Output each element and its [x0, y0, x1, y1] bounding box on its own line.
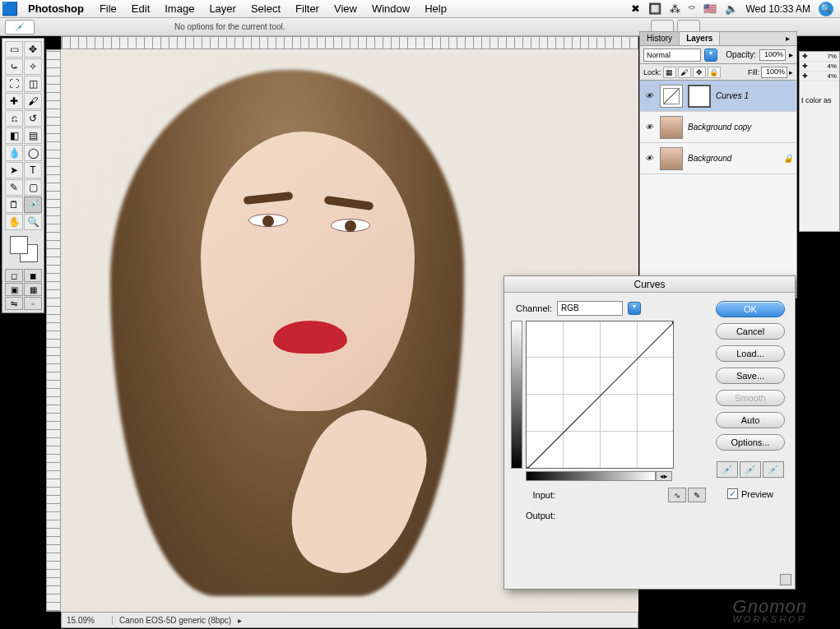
spotlight-icon[interactable]: 🔍 — [819, 2, 833, 16]
menu-select[interactable]: Select — [244, 2, 288, 15]
screenmode-2[interactable]: ▦ — [24, 283, 42, 296]
lasso-tool[interactable]: ⤿ — [5, 58, 23, 75]
dodge-tool[interactable]: ◯ — [24, 145, 42, 161]
gray-point-dropper-icon[interactable]: 💉 — [740, 461, 761, 478]
layer-mask-thumb[interactable] — [688, 85, 711, 108]
menu-image[interactable]: Image — [157, 2, 202, 15]
black-point-dropper-icon[interactable]: 💉 — [717, 461, 738, 478]
blur-tool[interactable]: 💧 — [5, 145, 23, 161]
layer-row-curves[interactable]: 👁 Curves 1 — [640, 81, 796, 112]
curves-grid[interactable] — [526, 321, 674, 469]
blend-mode-select[interactable]: Normal — [643, 49, 701, 62]
notes-tool[interactable]: 🗒 — [5, 197, 23, 213]
menu-view[interactable]: View — [327, 2, 364, 15]
lock-all-icon[interactable]: 🔒 — [708, 67, 721, 78]
resize-handle-icon[interactable] — [780, 574, 791, 585]
load-button[interactable]: Load... — [716, 345, 785, 362]
status-icon-2[interactable]: 🔲 — [648, 2, 661, 15]
cancel-button[interactable]: Cancel — [716, 323, 785, 340]
ruler-vertical[interactable] — [46, 49, 61, 612]
output-field[interactable] — [559, 509, 600, 522]
layer-row-bg[interactable]: 👁 Background 🔒 — [640, 143, 796, 174]
layer-thumb-adjustment[interactable] — [660, 85, 683, 108]
doc-info-arrow[interactable]: ▸ — [238, 616, 242, 625]
wand-tool[interactable]: ✧ — [24, 58, 42, 75]
flag-icon[interactable]: 🇺🇸 — [703, 2, 717, 15]
fill-arrow-icon[interactable]: ▸ — [789, 68, 793, 76]
volume-icon[interactable]: 🔈 — [725, 2, 738, 15]
crop-tool[interactable]: ⛶ — [5, 76, 23, 92]
move-tool[interactable]: ✥ — [24, 41, 42, 58]
lock-transparency-icon[interactable]: ▦ — [663, 67, 676, 78]
clock[interactable]: Wed 10:33 AM — [746, 3, 811, 15]
menu-layer[interactable]: Layer — [202, 2, 244, 15]
options-button[interactable]: Options... — [716, 434, 785, 451]
gradient-tool[interactable]: ▤ — [24, 127, 42, 144]
visibility-icon[interactable]: 👁 — [643, 91, 655, 100]
shape-tool[interactable]: ▢ — [24, 179, 42, 196]
jump-to-ir[interactable]: ⇋ — [5, 297, 23, 310]
save-button[interactable]: Save... — [716, 368, 785, 384]
gradient-toggle-icon[interactable]: ◂▸ — [656, 471, 672, 481]
path-select-tool[interactable]: ➤ — [5, 162, 23, 178]
bluetooth-icon[interactable]: ⁂ — [670, 2, 680, 15]
smooth-button[interactable]: Smooth — [716, 390, 785, 406]
visibility-icon[interactable]: 👁 — [643, 154, 655, 163]
current-tool-well[interactable]: 💉 — [5, 20, 35, 35]
marquee-tool[interactable]: ▭ — [5, 41, 23, 58]
menu-filter[interactable]: Filter — [288, 2, 327, 15]
hand-tool[interactable]: ✋ — [5, 214, 23, 230]
input-field[interactable] — [559, 488, 600, 502]
menu-edit[interactable]: Edit — [124, 2, 157, 15]
lock-image-icon[interactable]: 🖌 — [678, 67, 691, 78]
layer-thumb[interactable] — [660, 147, 683, 170]
tab-layers[interactable]: Layers — [680, 32, 720, 45]
tab-history[interactable]: History — [640, 32, 680, 45]
channel-dropdown-icon[interactable]: ▾ — [628, 302, 641, 315]
eyedropper-tool[interactable]: 💉 — [24, 197, 42, 213]
layer-thumb[interactable] — [660, 116, 683, 139]
opacity-field[interactable]: 100% — [759, 49, 786, 61]
screenmode-1[interactable]: ▣ — [5, 283, 23, 296]
layer-name[interactable]: Curves 1 — [716, 91, 749, 100]
pen-tool[interactable]: ✎ — [5, 179, 23, 196]
preview-checkbox[interactable]: ✓ — [727, 488, 738, 499]
history-brush-tool[interactable]: ↺ — [24, 110, 42, 127]
type-tool[interactable]: T — [24, 162, 42, 178]
dialog-title[interactable]: Curves — [504, 276, 795, 293]
ok-button[interactable]: OK — [716, 301, 785, 317]
pencil-mode-icon[interactable]: ✎ — [688, 488, 706, 502]
quickmask-standard[interactable]: ◻ — [5, 269, 23, 282]
auto-button[interactable]: Auto — [716, 412, 785, 428]
doc-info[interactable]: Canon EOS-5D generic (8bpc) — [119, 616, 231, 625]
white-point-dropper-icon[interactable]: 💉 — [763, 461, 784, 478]
eraser-tool[interactable]: ◧ — [5, 127, 23, 144]
zoom-tool[interactable]: 🔍 — [24, 214, 42, 230]
opacity-arrow-icon[interactable]: ▸ — [789, 50, 793, 59]
apple-logo-icon[interactable]: 🟦 — [0, 1, 20, 16]
fg-color-swatch[interactable] — [10, 236, 28, 254]
heal-tool[interactable]: ✚ — [5, 93, 23, 109]
panel-menu-icon[interactable]: ▸ — [720, 32, 796, 45]
visibility-icon[interactable]: 👁 — [643, 123, 655, 132]
stamp-tool[interactable]: ⎌ — [5, 110, 23, 127]
layer-name[interactable]: Background — [688, 154, 731, 163]
brush-tool[interactable]: 🖌 — [24, 93, 42, 109]
layer-row-bgcopy[interactable]: 👁 Background copy — [640, 112, 796, 143]
screenmode-3[interactable]: ▫ — [24, 297, 42, 310]
menu-file[interactable]: File — [92, 2, 124, 15]
curve-mode-icon[interactable]: ∿ — [668, 488, 686, 502]
lock-position-icon[interactable]: ✥ — [693, 67, 706, 78]
menu-help[interactable]: Help — [417, 2, 454, 15]
blend-dropdown-icon[interactable]: ▾ — [704, 49, 717, 62]
zoom-level[interactable]: 15.09% — [67, 616, 113, 625]
wifi-icon[interactable]: ⌔ — [689, 2, 695, 15]
quickmask-mode[interactable]: ◼ — [24, 269, 42, 282]
channel-select[interactable]: RGB — [557, 301, 623, 316]
status-icon-1[interactable]: ✖ — [631, 2, 640, 15]
app-name[interactable]: Photoshop — [20, 2, 92, 15]
fill-field[interactable]: 100% — [761, 67, 787, 78]
color-swatches[interactable] — [5, 234, 42, 266]
ruler-horizontal[interactable] — [61, 36, 638, 49]
menu-window[interactable]: Window — [364, 2, 417, 15]
